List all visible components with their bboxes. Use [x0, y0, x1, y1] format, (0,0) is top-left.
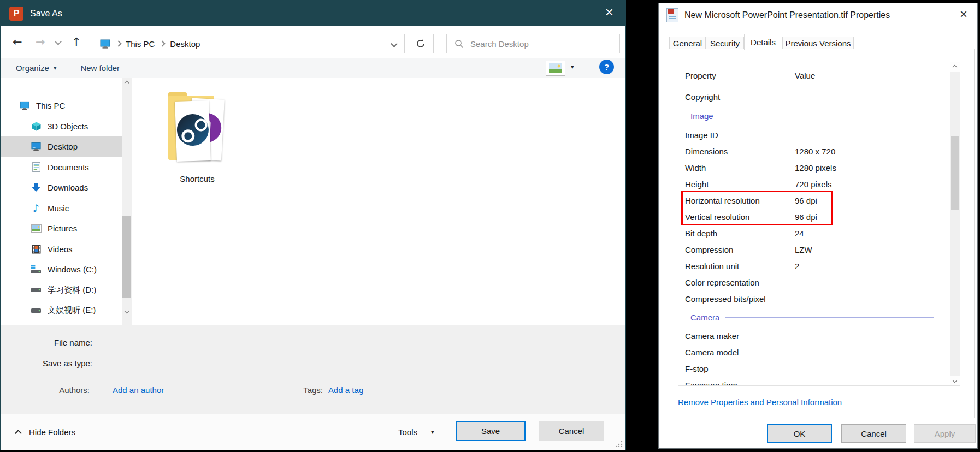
property-row[interactable]: F-stop — [678, 360, 951, 377]
sidebar-item-windows-c[interactable]: Windows (C:) — [1, 259, 122, 280]
properties-dialog: New Microsoft PowerPoint Presentation.ti… — [658, 3, 978, 449]
add-author-link[interactable]: Add an author — [113, 385, 164, 395]
down-arrow-icon — [31, 182, 42, 193]
add-tag-link[interactable]: Add a tag — [328, 385, 363, 395]
save-button[interactable]: Save — [456, 421, 526, 441]
apply-button[interactable]: Apply — [914, 424, 976, 443]
sidebar-item-desktop[interactable]: Desktop — [1, 136, 122, 157]
property-row[interactable]: Width1280 pixels — [678, 159, 951, 176]
save-as-type-label: Save as type: — [1, 359, 92, 368]
property-row[interactable]: Image ID — [678, 127, 951, 143]
drive-icon — [31, 305, 42, 316]
tab-security[interactable]: Security — [706, 37, 744, 49]
section-header-image: Image — [678, 105, 951, 127]
up-icon[interactable]: ↑ — [72, 37, 81, 48]
hide-folders-button[interactable]: Hide Folders — [29, 427, 75, 437]
picture-icon — [31, 223, 42, 234]
tags-label: Tags: — [276, 385, 323, 395]
music-note-icon: ♪ — [31, 203, 42, 213]
new-folder-button[interactable]: New folder — [80, 63, 120, 73]
hide-folders-chevron-icon — [15, 430, 22, 437]
windows-drive-icon — [31, 264, 42, 275]
help-icon[interactable]: ? — [599, 60, 614, 74]
resize-grip[interactable] — [616, 441, 623, 447]
forward-icon[interactable]: → — [36, 37, 45, 48]
search-box[interactable]: Search Desktop — [446, 34, 620, 53]
property-row[interactable]: Compressed bits/pixel — [678, 290, 951, 307]
organize-button[interactable]: Organize — [16, 63, 49, 73]
close-icon[interactable]: × — [960, 8, 967, 21]
scroll-up-icon[interactable] — [122, 78, 132, 88]
close-icon[interactable]: × — [605, 5, 613, 19]
scroll-down-icon[interactable] — [950, 376, 960, 385]
save-as-dialog: P Save As × ← → ↑ This PC Desktop — [0, 0, 626, 450]
sidebar-item-this-pc[interactable]: This PC — [1, 96, 122, 116]
file-name-label: File name: — [1, 338, 92, 347]
folder-shortcuts[interactable]: Shortcuts — [154, 88, 241, 183]
save-dialog-titlebar: P Save As × — [1, 1, 625, 26]
property-row[interactable]: CompressionLZW — [678, 241, 951, 258]
scroll-up-icon[interactable] — [950, 62, 960, 72]
property-row[interactable]: Dimensions1280 x 720 — [678, 143, 951, 159]
property-column-header[interactable]: Property — [678, 71, 795, 80]
sidebar-item-drive-d[interactable]: 学习资料 (D:) — [1, 280, 122, 301]
sidebar-scrollbar[interactable] — [122, 78, 132, 325]
scroll-down-icon[interactable] — [122, 306, 132, 316]
property-row[interactable]: Resolution unit2 — [678, 258, 951, 274]
tab-details[interactable]: Details — [744, 34, 782, 50]
property-row[interactable]: Camera maker — [678, 328, 951, 344]
section-header-camera: Camera — [678, 307, 951, 328]
scrollbar-thumb[interactable] — [122, 216, 131, 298]
navigation-sidebar: This PC 3D Objects Desktop — [1, 78, 122, 325]
sidebar-item-documents[interactable]: Documents — [1, 157, 122, 178]
properties-title: New Microsoft PowerPoint Presentation.ti… — [684, 10, 890, 20]
properties-scrollbar[interactable] — [950, 62, 960, 385]
monitor-icon — [31, 141, 42, 152]
address-dropdown-chevron-icon[interactable] — [391, 40, 398, 47]
monitor-icon — [19, 100, 30, 111]
address-bar[interactable]: This PC Desktop — [95, 34, 405, 53]
tools-button[interactable]: Tools — [398, 427, 417, 437]
cancel-button[interactable]: Cancel — [539, 421, 604, 441]
property-row[interactable]: Height720 pixels — [678, 176, 951, 192]
sidebar-item-drive-e[interactable]: 文娱视听 (E:) — [1, 300, 122, 321]
drive-icon — [31, 284, 42, 295]
breadcrumb-desktop[interactable]: Desktop — [170, 39, 200, 49]
property-row[interactable]: Color representation — [678, 274, 951, 290]
screenshot-root: P Save As × ← → ↑ This PC Desktop — [0, 0, 980, 452]
property-row[interactable]: Bit depth24 — [678, 225, 951, 241]
breadcrumb-this-pc[interactable]: This PC — [126, 39, 155, 49]
file-browser-body: This PC 3D Objects Desktop — [1, 78, 625, 325]
tab-previous-versions[interactable]: Previous Versions — [782, 37, 854, 49]
sidebar-item-videos[interactable]: Videos — [1, 239, 122, 260]
breadcrumb-separator-icon — [160, 40, 166, 46]
value-column-header[interactable]: Value — [795, 71, 815, 80]
organize-dropdown-icon[interactable]: ▾ — [54, 64, 57, 72]
property-row[interactable]: Exposure time — [678, 377, 951, 386]
sidebar-item-pictures[interactable]: Pictures — [1, 218, 122, 239]
property-row[interactable]: Camera model — [678, 344, 951, 360]
tif-file-icon — [666, 8, 678, 22]
property-row[interactable]: Copyright — [678, 88, 951, 105]
save-fields-panel: File name: New Microsoft PowerPoint Pres… — [1, 325, 625, 414]
sidebar-item-music[interactable]: ♪ Music — [1, 198, 122, 219]
refresh-button[interactable] — [408, 34, 434, 53]
view-options-button[interactable] — [546, 61, 565, 76]
remove-properties-link[interactable]: Remove Properties and Personal Informati… — [678, 397, 842, 407]
cancel-button[interactable]: Cancel — [841, 424, 906, 443]
view-options-dropdown-icon[interactable]: ▾ — [571, 63, 574, 70]
sidebar-item-downloads[interactable]: Downloads — [1, 177, 122, 198]
sidebar-item-3d-objects[interactable]: 3D Objects — [1, 116, 122, 137]
scrollbar-thumb[interactable] — [951, 136, 959, 210]
tab-general[interactable]: General — [669, 37, 706, 49]
tools-dropdown-icon[interactable]: ▾ — [431, 429, 434, 436]
search-icon — [454, 39, 464, 49]
film-icon — [31, 243, 42, 254]
folder-label: Shortcuts — [154, 174, 241, 183]
powerpoint-icon: P — [9, 7, 23, 21]
search-placeholder: Search Desktop — [470, 39, 529, 49]
recent-locations-chevron-icon[interactable] — [55, 38, 62, 45]
back-icon[interactable]: ← — [13, 37, 22, 48]
properties-titlebar: New Microsoft PowerPoint Presentation.ti… — [659, 3, 977, 27]
ok-button[interactable]: OK — [767, 424, 832, 443]
